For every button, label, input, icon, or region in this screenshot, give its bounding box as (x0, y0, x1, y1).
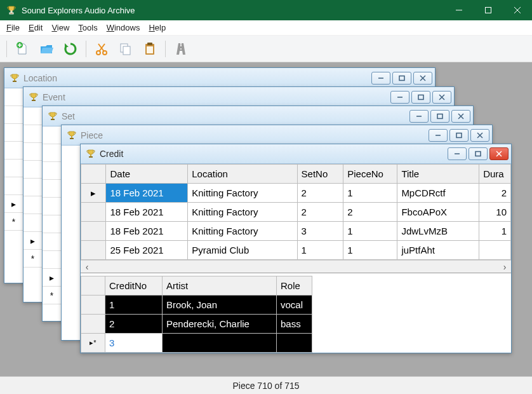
cell-location[interactable]: Knitting Factory (188, 184, 297, 203)
col-artist[interactable]: Artist (163, 276, 277, 296)
cell-setno[interactable]: 1 (297, 241, 343, 260)
table-row[interactable]: 2 Penderecki, Charlie bass (81, 315, 312, 334)
cell-date[interactable]: 18 Feb 2021 (106, 184, 188, 203)
child-maximize-button[interactable] (392, 72, 411, 85)
menu-tools[interactable]: Tools (78, 23, 97, 32)
cell-location[interactable]: Knitting Factory (188, 203, 297, 222)
table-row[interactable]: 18 Feb 2021 Knitting Factory 3 1 JdwLvMz… (81, 222, 511, 241)
horizontal-scrollbar[interactable]: ‹ › (81, 260, 511, 273)
svg-rect-10 (123, 46, 130, 55)
cell-creditno[interactable]: 2 (105, 315, 163, 334)
cell-artist[interactable]: Penderecki, Charlie (163, 315, 277, 334)
cell-pieceno[interactable]: 1 (343, 241, 397, 260)
col-date[interactable]: Date (106, 165, 188, 184)
cell-pieceno[interactable]: 1 (343, 184, 397, 203)
cell-artist[interactable] (163, 334, 277, 353)
cut-button[interactable] (91, 39, 112, 59)
trophy-icon (48, 111, 58, 121)
child-minimize-button[interactable] (390, 91, 409, 104)
child-minimize-button[interactable] (409, 110, 429, 123)
table-row[interactable]: 1 Brook, Joan vocal (81, 296, 312, 315)
table-row[interactable]: 18 Feb 2021 Knitting Factory 2 2 FbcoAPo… (81, 203, 511, 222)
child-minimize-button[interactable] (371, 72, 390, 85)
svg-rect-12 (147, 43, 152, 45)
cell-creditno[interactable]: 1 (105, 296, 163, 315)
menu-edit[interactable]: Edit (29, 23, 43, 32)
table-row[interactable]: 25 Feb 2021 Pyramid Club 1 1 juPtfAht (81, 241, 511, 260)
child-minimize-button[interactable] (429, 129, 448, 142)
cell-role[interactable]: vocal (277, 296, 312, 315)
child-close-button[interactable] (451, 110, 470, 123)
col-location[interactable]: Location (188, 165, 297, 184)
cell-date[interactable]: 18 Feb 2021 (106, 222, 188, 241)
credits-grid[interactable]: CreditNo Artist Role 1 Brook, Joan vocal… (81, 276, 511, 353)
status-text: Piece 710 of 715 (232, 381, 299, 391)
window-credit[interactable]: Credit Date Location SetNo PieceNo (80, 144, 512, 353)
cell-setno[interactable]: 2 (297, 184, 343, 203)
status-bar: Piece 710 of 715 (0, 376, 532, 394)
window-title: Piece (81, 130, 429, 140)
maximize-button[interactable] (474, 0, 503, 20)
cell-location[interactable]: Pyramid Club (188, 241, 297, 260)
cell-title[interactable]: MpCDRctf (397, 184, 479, 203)
cell-role[interactable] (277, 334, 312, 353)
cell-pieceno[interactable]: 2 (343, 203, 397, 222)
col-setno[interactable]: SetNo (297, 165, 343, 184)
cell-dura[interactable] (479, 241, 511, 260)
menu-windows[interactable]: Windows (107, 23, 140, 32)
window-title: Event (43, 92, 390, 102)
cell-pieceno[interactable]: 1 (343, 222, 397, 241)
minimize-button[interactable] (444, 0, 474, 20)
pieces-grid[interactable]: Date Location SetNo PieceNo Title Dura ▸… (81, 164, 511, 273)
cell-dura[interactable]: 1 (479, 222, 511, 241)
cell-setno[interactable]: 3 (297, 222, 343, 241)
col-pieceno[interactable]: PieceNo (343, 165, 397, 184)
cell-dura[interactable]: 2 (479, 184, 511, 203)
cell-creditno[interactable]: 3 (105, 334, 163, 353)
child-close-button[interactable] (489, 147, 509, 160)
cell-role[interactable]: bass (277, 315, 312, 334)
table-row[interactable]: ▸ 18 Feb 2021 Knitting Factory 2 1 MpCDR… (81, 184, 511, 203)
col-creditno[interactable]: CreditNo (105, 276, 163, 296)
child-close-button[interactable] (470, 129, 489, 142)
scroll-left-icon[interactable]: ‹ (81, 261, 93, 273)
child-maximize-button[interactable] (449, 129, 469, 142)
close-button[interactable] (503, 0, 532, 20)
child-close-button[interactable] (432, 91, 451, 104)
cell-title[interactable]: FbcoAPoX (397, 203, 479, 222)
menu-file[interactable]: File (6, 23, 20, 32)
window-title: Location (23, 73, 371, 83)
col-title[interactable]: Title (397, 165, 479, 184)
child-maximize-button[interactable] (430, 110, 449, 123)
app-icon (6, 5, 17, 15)
cell-title[interactable]: JdwLvMzB (397, 222, 479, 241)
col-dura[interactable]: Dura (479, 165, 511, 184)
new-button[interactable] (12, 39, 32, 59)
cell-date[interactable]: 25 Feb 2021 (106, 241, 188, 260)
child-maximize-button[interactable] (469, 147, 488, 160)
child-maximize-button[interactable] (411, 91, 430, 104)
cell-title[interactable]: juPtfAht (397, 241, 479, 260)
cell-artist[interactable]: Brook, Joan (163, 296, 277, 315)
scroll-right-icon[interactable]: › (498, 261, 511, 273)
cell-dura[interactable]: 10 (479, 203, 511, 222)
cell-date[interactable]: 18 Feb 2021 (106, 203, 188, 222)
child-close-button[interactable] (413, 72, 432, 85)
child-minimize-button[interactable] (448, 147, 467, 160)
refresh-button[interactable] (60, 39, 81, 59)
cell-setno[interactable]: 2 (297, 203, 343, 222)
menu-view[interactable]: View (51, 23, 69, 32)
copy-button[interactable] (116, 39, 136, 59)
open-button[interactable] (36, 39, 57, 59)
cell-location[interactable]: Knitting Factory (188, 222, 297, 241)
trophy-icon (67, 130, 77, 140)
header-row: CreditNo Artist Role (81, 276, 312, 296)
trophy-icon (29, 92, 39, 102)
menu-help[interactable]: Help (149, 23, 166, 32)
road-button[interactable] (171, 39, 191, 59)
app-title: Sound Explorers Audio Archive (22, 6, 444, 15)
paste-button[interactable] (140, 39, 160, 59)
col-role[interactable]: Role (277, 276, 312, 296)
new-row[interactable]: ▸* 3 (81, 334, 312, 353)
header-row: Date Location SetNo PieceNo Title Dura (81, 165, 511, 184)
